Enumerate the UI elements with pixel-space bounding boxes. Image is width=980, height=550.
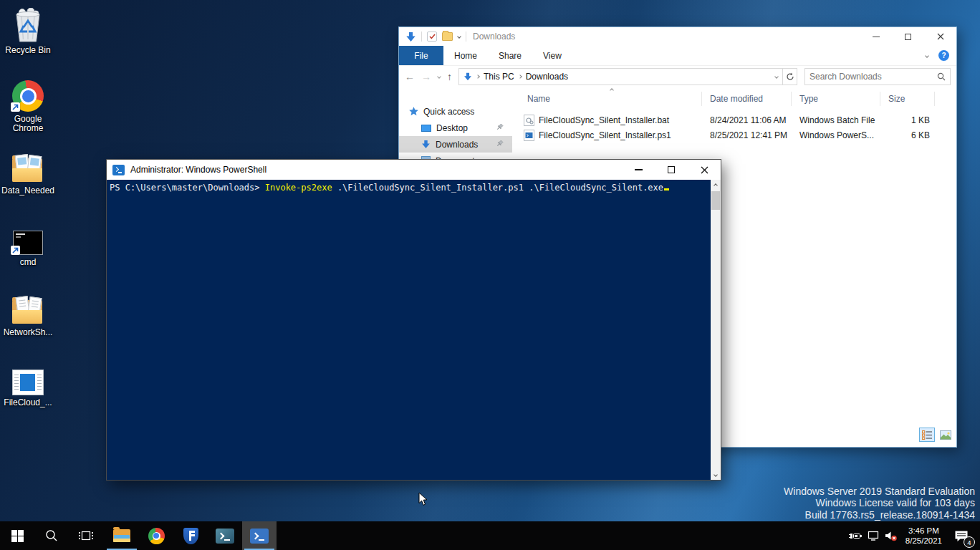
scrollbar[interactable] [711, 180, 721, 480]
recent-locations-icon[interactable] [437, 74, 441, 79]
clock-date: 8/25/2021 [905, 536, 942, 546]
system-tray: 3:46 PM 8/25/2021 4 [847, 521, 980, 550]
desktop-icon-label: Data_Needed [0, 186, 56, 196]
search-icon [937, 72, 950, 81]
desktop-icon-networksh[interactable]: NetworkSh... [0, 289, 56, 337]
desktop-icon-recycle-bin[interactable]: Recycle Bin [0, 7, 56, 55]
help-icon[interactable]: ? [938, 50, 949, 61]
close-button[interactable] [924, 27, 956, 46]
action-center-button[interactable]: 4 [947, 521, 976, 550]
notification-badge: 4 [964, 536, 975, 548]
taskbar-clock[interactable]: 3:46 PM 8/25/2021 [900, 526, 947, 546]
window-title: Downloads [473, 32, 515, 42]
watermark-line: Build 17763.rs5_release.180914-1434 [784, 509, 975, 521]
chrome-icon [0, 76, 56, 112]
maximize-button[interactable] [892, 27, 924, 46]
desktop-icon-label: Google Chrome [0, 115, 56, 133]
taskbar-powershell-classic[interactable] [208, 521, 242, 550]
pin-icon [496, 123, 504, 133]
file-row-ps1[interactable]: FileCloudSync_Silent_Installer.ps1 8/25/… [524, 127, 956, 143]
minimize-button[interactable] [860, 27, 892, 46]
network-icon[interactable] [865, 521, 883, 550]
column-header-type[interactable]: Type [799, 90, 818, 107]
taskbar-powershell-active[interactable] [242, 521, 277, 550]
taskbar-filecloud-shield[interactable] [173, 521, 208, 550]
shield-icon [183, 528, 198, 544]
file-date: 8/25/2021 12:41 PM [710, 130, 799, 140]
start-button[interactable] [0, 521, 34, 550]
tab-share[interactable]: Share [488, 46, 532, 65]
watermark-line: Windows Server 2019 Standard Evaluation [784, 486, 975, 498]
address-bar[interactable]: This PC Downloads [458, 68, 783, 85]
forward-button[interactable]: → [421, 72, 431, 82]
sidebar-item-quick-access[interactable]: Quick access [399, 103, 512, 120]
desktop-icon-label: NetworkSh... [0, 328, 56, 337]
app-window-icon [0, 360, 56, 395]
tab-view[interactable]: View [532, 46, 572, 65]
column-header-date[interactable]: Date modified [710, 90, 763, 107]
star-icon [409, 107, 418, 116]
close-button[interactable] [688, 160, 721, 180]
volume-muted-icon[interactable] [883, 521, 900, 550]
power-icon[interactable] [847, 521, 865, 550]
desktop-icon-data-needed[interactable]: Data_Needed [0, 148, 56, 196]
search-input[interactable] [805, 72, 937, 82]
scrollbar-thumb[interactable] [711, 191, 720, 210]
qat-dropdown-icon[interactable] [457, 34, 461, 39]
back-button[interactable]: ← [405, 72, 415, 82]
shortcut-arrow-icon [11, 246, 20, 255]
column-header-size[interactable]: Size [888, 90, 905, 107]
tab-home[interactable]: Home [443, 46, 488, 65]
details-view-button[interactable] [919, 428, 935, 442]
recycle-bin-icon [0, 7, 56, 43]
task-view-button[interactable] [69, 521, 103, 550]
console-cursor [664, 188, 669, 190]
new-folder-icon[interactable] [442, 32, 453, 41]
desktop-icon-filecloud[interactable]: FileCloud_... [0, 360, 56, 407]
ribbon-tabs: File Home Share View ? [399, 46, 956, 65]
sidebar-item-downloads[interactable]: Downloads [399, 136, 512, 153]
powershell-titlebar[interactable]: Administrator: Windows PowerShell [107, 160, 721, 180]
breadcrumb-downloads[interactable]: Downloads [526, 72, 568, 82]
desktop-icon-label: FileCloud_... [0, 398, 56, 407]
desktop-icon-chrome[interactable]: Google Chrome [0, 76, 56, 133]
refresh-button[interactable] [783, 68, 797, 85]
watermark-line: Windows License valid for 103 days [784, 497, 975, 509]
up-button[interactable]: ↑ [447, 72, 452, 82]
taskbar-chrome[interactable] [139, 521, 173, 550]
minimize-button[interactable] [622, 160, 655, 180]
powershell-icon [216, 529, 234, 544]
address-toolbar: ← → ↑ This PC Downloads [399, 65, 956, 87]
quick-access-check-icon[interactable] [427, 32, 437, 42]
search-box[interactable] [804, 68, 951, 85]
breadcrumb-this-pc[interactable]: This PC [484, 72, 514, 82]
sidebar-item-desktop[interactable]: Desktop [399, 120, 512, 136]
file-date: 8/24/2021 11:06 AM [710, 115, 799, 125]
console[interactable]: PS C:\Users\master\Downloads> Invoke-ps2… [107, 180, 721, 480]
address-dropdown-icon[interactable] [774, 74, 779, 79]
powershell-icon [250, 529, 269, 544]
maximize-button[interactable] [655, 160, 688, 180]
tab-file[interactable]: File [399, 46, 443, 65]
taskbar: 3:46 PM 8/25/2021 4 [0, 521, 980, 550]
command: Invoke-ps2exe [265, 183, 332, 193]
thumbnail-view-button[interactable] [938, 428, 953, 442]
sort-ascending-icon [610, 88, 614, 92]
taskbar-search-button[interactable] [34, 521, 69, 550]
console-line: PS C:\Users\master\Downloads> Invoke-ps2… [110, 183, 669, 193]
file-size: 6 KB [890, 130, 930, 140]
column-header-name[interactable]: Name [527, 90, 550, 107]
taskbar-file-explorer[interactable] [105, 521, 139, 550]
file-row-bat[interactable]: FileCloudSync_Silent_Installer.bat 8/24/… [524, 112, 956, 127]
windows-watermark: Windows Server 2019 Standard Evaluation … [784, 486, 975, 521]
prompt: PS C:\Users\master\Downloads> [110, 183, 265, 193]
downloads-arrow-icon [405, 32, 416, 42]
chrome-icon [148, 528, 165, 544]
desktop-icon-cmd[interactable]: cmd [0, 219, 56, 267]
file-explorer-icon [113, 529, 130, 542]
explorer-titlebar[interactable]: Downloads [399, 27, 956, 46]
desktop-icon-label: Recycle Bin [0, 46, 56, 55]
expand-ribbon-icon[interactable] [925, 54, 929, 58]
command-args: .\FileCloudSync_Silent_Installer.ps1 .\F… [332, 183, 663, 193]
clock-time: 3:46 PM [905, 526, 942, 536]
